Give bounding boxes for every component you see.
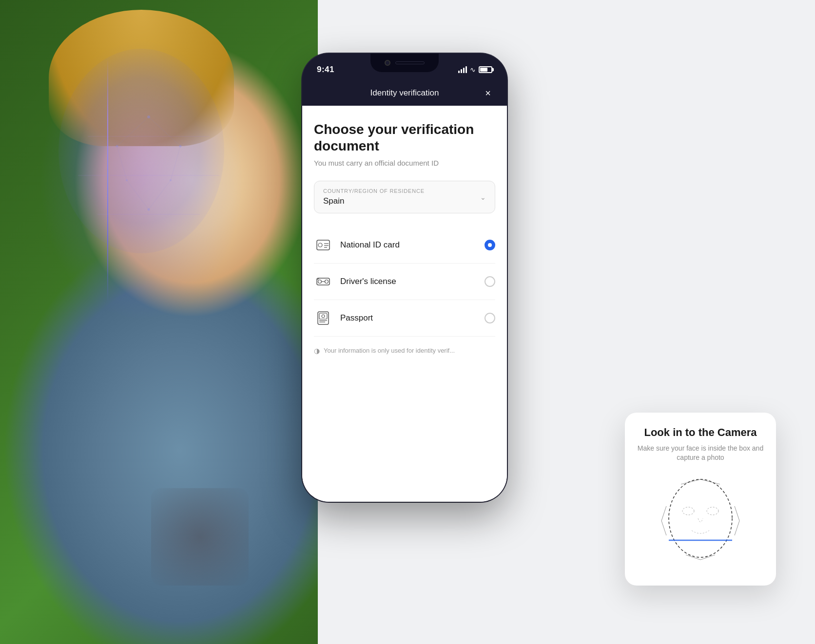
status-icons: ∿: [458, 66, 492, 74]
phone-mockup: 9:41 ∿ Identity verification ×: [302, 54, 507, 589]
page-subtitle: You must carry an official document ID: [314, 159, 495, 167]
header-bar: Identity verification ×: [302, 80, 507, 106]
face-outline-container: [637, 474, 764, 572]
svg-line-11: [149, 117, 180, 146]
passport-icon: [314, 309, 332, 327]
svg-point-31: [669, 479, 732, 557]
svg-line-13: [171, 146, 180, 180]
svg-rect-27: [319, 313, 327, 319]
face-scan-svg: [39, 39, 258, 331]
drivers-license-icon: [314, 272, 332, 291]
content-area: Choose your verification document You mu…: [302, 106, 507, 502]
document-option-drivers-license[interactable]: Driver's license: [314, 264, 495, 300]
document-option-passport[interactable]: Passport: [314, 300, 495, 337]
wifi-icon: ∿: [470, 66, 476, 74]
national-id-radio[interactable]: [485, 240, 495, 250]
battery-icon: [479, 66, 492, 73]
header-title: Identity verification: [329, 88, 481, 98]
phone-content: Choose your verification document You mu…: [302, 106, 507, 502]
svg-line-10: [117, 117, 149, 146]
svg-line-41: [735, 521, 739, 535]
face-outline-svg: [652, 477, 749, 569]
camera-card-title: Look in to the Camera: [637, 426, 764, 439]
drivers-license-radio[interactable]: [485, 276, 495, 287]
svg-point-23: [325, 280, 329, 284]
svg-point-17: [318, 243, 322, 247]
svg-line-35: [700, 479, 720, 484]
document-option-national-id[interactable]: National ID card: [314, 227, 495, 264]
national-id-label: National ID card: [340, 240, 477, 250]
phone-notch: [370, 54, 439, 72]
svg-line-14: [127, 180, 149, 209]
dropdown-value: Spain: [323, 196, 486, 206]
status-time: 9:41: [317, 65, 334, 75]
front-camera: [385, 60, 390, 66]
svg-point-28: [322, 315, 325, 318]
country-dropdown[interactable]: COUNTRY/REGION OF RESIDENCE Spain ⌄: [314, 181, 495, 213]
phone-frame: 9:41 ∿ Identity verification ×: [302, 54, 507, 502]
svg-line-12: [117, 146, 127, 180]
info-text: Your information is only used for identi…: [324, 346, 455, 355]
svg-line-34: [681, 479, 700, 484]
camera-card-subtitle: Make sure your face is inside the box an…: [637, 444, 764, 463]
svg-point-22: [318, 280, 322, 284]
svg-rect-16: [317, 240, 330, 250]
passport-label: Passport: [340, 313, 477, 323]
signal-icon: [458, 66, 467, 73]
svg-line-40: [735, 506, 739, 521]
passport-radio[interactable]: [485, 313, 495, 323]
drivers-license-label: Driver's license: [340, 277, 477, 286]
national-id-icon: [314, 236, 332, 254]
dropdown-label: COUNTRY/REGION OF RESIDENCE: [323, 188, 486, 194]
svg-point-33: [707, 507, 718, 515]
shield-icon: ◑: [314, 347, 320, 355]
speaker: [395, 61, 425, 64]
page-title: Choose your verification document: [314, 121, 495, 154]
chevron-down-icon: ⌄: [480, 193, 486, 201]
svg-line-15: [149, 180, 171, 209]
close-button[interactable]: ×: [481, 86, 495, 100]
camera-card: Look in to the Camera Make sure your fac…: [625, 413, 776, 586]
svg-line-38: [661, 506, 666, 521]
info-footer: ◑ Your information is only used for iden…: [314, 337, 495, 360]
svg-line-39: [661, 521, 666, 535]
svg-point-32: [682, 507, 694, 515]
